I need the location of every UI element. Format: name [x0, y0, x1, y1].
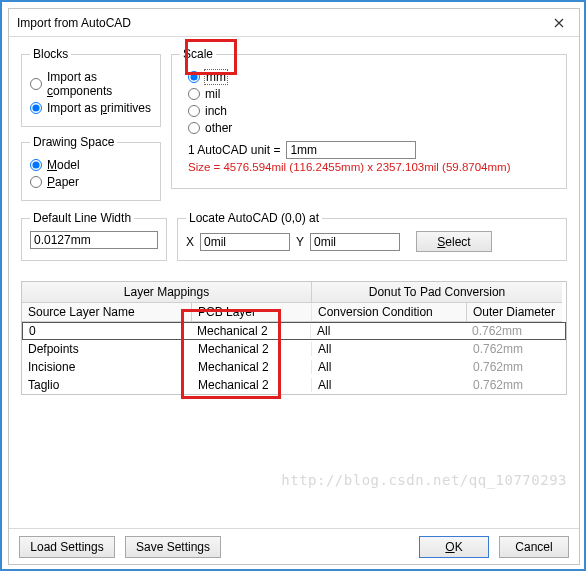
- drawing-model-radio[interactable]: [30, 159, 42, 171]
- window-title: Import from AutoCAD: [17, 16, 131, 30]
- scale-mm-option[interactable]: mm: [188, 70, 558, 84]
- blocks-legend: Blocks: [30, 47, 71, 61]
- cell-source: Defpoints: [22, 342, 192, 356]
- scale-inch-option[interactable]: inch: [188, 104, 558, 118]
- watermark: http://blog.csdn.net/qq_10770293: [281, 472, 567, 488]
- drawing-paper-option[interactable]: Paper: [30, 175, 152, 189]
- default-line-width-input[interactable]: [30, 231, 158, 249]
- col-cond[interactable]: Conversion Condition: [312, 303, 467, 322]
- cell-pcb: Mechanical 2: [192, 360, 312, 374]
- drawing-space-legend: Drawing Space: [30, 135, 117, 149]
- scale-mil-option[interactable]: mil: [188, 87, 558, 101]
- scale-group: Scale mm mil: [171, 47, 567, 189]
- dlw-legend: Default Line Width: [30, 211, 134, 225]
- table-row[interactable]: 0Mechanical 2All0.762mm: [22, 322, 566, 340]
- cell-diam: 0.762mm: [467, 378, 562, 392]
- col-source[interactable]: Source Layer Name: [22, 303, 192, 322]
- cell-source: Incisione: [22, 360, 192, 374]
- save-settings-button[interactable]: Save Settings: [125, 536, 221, 558]
- locate-x-label: X: [186, 235, 194, 249]
- drawing-space-group: Drawing Space Model Paper: [21, 135, 161, 201]
- unit-input[interactable]: [286, 141, 416, 159]
- col-diam[interactable]: Outer Diameter: [467, 303, 562, 322]
- locate-y-label: Y: [296, 235, 304, 249]
- table-row[interactable]: DefpointsMechanical 2All0.762mm: [22, 340, 566, 358]
- locate-y-input[interactable]: [310, 233, 400, 251]
- default-line-width-group: Default Line Width: [21, 211, 167, 261]
- scale-other-option[interactable]: other: [188, 121, 558, 135]
- cell-source: Taglio: [22, 378, 192, 392]
- unit-label: 1 AutoCAD unit =: [188, 143, 280, 157]
- select-origin-button[interactable]: Select: [416, 231, 492, 252]
- blocks-components-option[interactable]: Import as components: [30, 70, 152, 98]
- grid-group-left: Layer Mappings: [22, 282, 312, 303]
- dialog-footer: Load Settings Save Settings OK Cancel: [9, 528, 579, 564]
- drawing-model-option[interactable]: Model: [30, 158, 152, 172]
- cell-cond: All: [312, 378, 467, 392]
- cell-diam: 0.762mm: [467, 360, 562, 374]
- size-text: Size = 4576.594mil (116.2455mm) x 2357.1…: [188, 161, 558, 173]
- table-row[interactable]: TaglioMechanical 2All0.762mm: [22, 376, 566, 394]
- drawing-paper-radio[interactable]: [30, 176, 42, 188]
- scale-other-radio[interactable]: [188, 122, 200, 134]
- cell-cond: All: [311, 324, 466, 338]
- scale-mil-radio[interactable]: [188, 88, 200, 100]
- cell-diam: 0.762mm: [467, 342, 562, 356]
- cell-diam: 0.762mm: [466, 324, 561, 338]
- scale-inch-radio[interactable]: [188, 105, 200, 117]
- blocks-components-radio[interactable]: [30, 78, 42, 90]
- col-pcb[interactable]: PCB Layer: [192, 303, 312, 322]
- titlebar: Import from AutoCAD: [9, 9, 579, 37]
- cancel-button[interactable]: Cancel: [499, 536, 569, 558]
- cell-pcb: Mechanical 2: [192, 342, 312, 356]
- scale-legend: Scale: [180, 47, 216, 61]
- grid-group-right: Donut To Pad Conversion: [312, 282, 562, 303]
- locate-x-input[interactable]: [200, 233, 290, 251]
- cell-cond: All: [312, 360, 467, 374]
- load-settings-button[interactable]: Load Settings: [19, 536, 115, 558]
- cell-pcb: Mechanical 2: [192, 378, 312, 392]
- cell-pcb: Mechanical 2: [191, 324, 311, 338]
- table-row[interactable]: IncisioneMechanical 2All0.762mm: [22, 358, 566, 376]
- locate-group: Locate AutoCAD (0,0) at X Y Select: [177, 211, 567, 261]
- blocks-primitives-radio[interactable]: [30, 102, 42, 114]
- layer-mappings-grid: Layer Mappings Donut To Pad Conversion S…: [21, 281, 567, 395]
- scale-mm-radio[interactable]: [188, 71, 200, 83]
- import-dialog: Import from AutoCAD Blocks Import as com…: [8, 8, 580, 565]
- locate-legend: Locate AutoCAD (0,0) at: [186, 211, 322, 225]
- blocks-primitives-option[interactable]: Import as primitives: [30, 101, 152, 115]
- ok-button[interactable]: OK: [419, 536, 489, 558]
- cell-source: 0: [23, 324, 191, 338]
- close-icon: [554, 18, 564, 28]
- cell-cond: All: [312, 342, 467, 356]
- close-button[interactable]: [539, 9, 579, 37]
- blocks-group: Blocks Import as components Import as pr…: [21, 47, 161, 127]
